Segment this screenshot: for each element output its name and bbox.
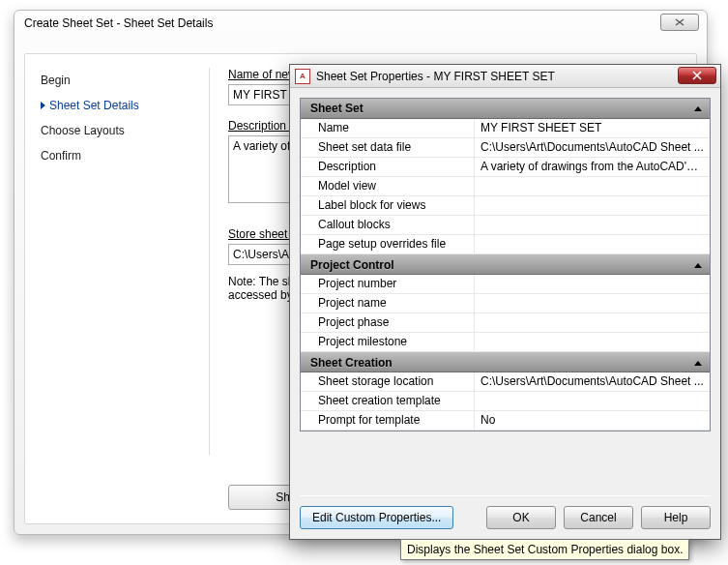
- help-button[interactable]: Help: [641, 506, 711, 529]
- prop-row-label-block[interactable]: Label block for views: [301, 196, 710, 216]
- close-icon: [673, 17, 686, 27]
- section-header-project-control[interactable]: Project Control: [301, 254, 710, 275]
- properties-title: Sheet Set Properties - MY FIRST SHEET SE…: [316, 70, 555, 83]
- collapse-icon: [694, 361, 702, 366]
- prop-row-prompt-template[interactable]: Prompt for templateNo: [301, 411, 710, 431]
- edit-custom-properties-button[interactable]: Edit Custom Properties...: [300, 506, 453, 529]
- collapse-icon: [694, 263, 702, 268]
- properties-close-button[interactable]: [678, 67, 716, 84]
- wizard-steps: Begin Sheet Set Details Choose Layouts C…: [39, 68, 193, 168]
- properties-titlebar: A Sheet Set Properties - MY FIRST SHEET …: [290, 65, 720, 88]
- prop-row-storage-location[interactable]: Sheet storage locationC:\Users\Art\Docum…: [301, 372, 710, 392]
- wizard-titlebar: Create Sheet Set - Sheet Set Details: [15, 11, 707, 40]
- prop-row-description[interactable]: DescriptionA variety of drawings from th…: [301, 158, 710, 177]
- properties-separator: [300, 495, 711, 496]
- tooltip: Displays the Sheet Set Custom Properties…: [400, 539, 689, 560]
- close-icon: [690, 71, 704, 80]
- triangle-right-icon: [41, 102, 45, 109]
- wizard-step-details[interactable]: Sheet Set Details: [39, 93, 193, 118]
- collapse-icon: [694, 106, 702, 111]
- prop-row-callout-blocks[interactable]: Callout blocks: [301, 216, 710, 235]
- steps-divider: [209, 68, 210, 455]
- prop-row-model-view[interactable]: Model view: [301, 177, 710, 196]
- prop-row-data-file[interactable]: Sheet set data fileC:\Users\Art\Document…: [301, 138, 710, 158]
- autocad-app-icon: A: [295, 69, 310, 84]
- prop-row-project-number[interactable]: Project number: [301, 275, 710, 294]
- prop-row-name[interactable]: NameMY FIRST SHEET SET: [301, 119, 710, 138]
- ok-button[interactable]: OK: [486, 506, 556, 529]
- sheet-set-properties-dialog: A Sheet Set Properties - MY FIRST SHEET …: [289, 64, 721, 540]
- prop-row-page-setup-overrides[interactable]: Page setup overrides file: [301, 235, 710, 254]
- wizard-step-confirm[interactable]: Confirm: [39, 143, 193, 168]
- prop-row-creation-template[interactable]: Sheet creation template: [301, 392, 710, 411]
- wizard-step-begin[interactable]: Begin: [39, 68, 193, 93]
- section-header-sheet-creation[interactable]: Sheet Creation: [301, 352, 710, 372]
- cancel-button[interactable]: Cancel: [564, 506, 633, 529]
- wizard-title: Create Sheet Set - Sheet Set Details: [24, 16, 213, 30]
- wizard-close-button[interactable]: [660, 14, 699, 31]
- properties-grid: Sheet Set NameMY FIRST SHEET SET Sheet s…: [300, 98, 711, 431]
- section-header-sheet-set[interactable]: Sheet Set: [301, 99, 710, 119]
- prop-row-project-milestone[interactable]: Project milestone: [301, 333, 710, 352]
- properties-button-row: Edit Custom Properties... OK Cancel Help: [300, 506, 711, 529]
- prop-row-project-phase[interactable]: Project phase: [301, 313, 710, 333]
- wizard-step-layouts[interactable]: Choose Layouts: [39, 118, 193, 143]
- prop-row-project-name[interactable]: Project name: [301, 294, 710, 313]
